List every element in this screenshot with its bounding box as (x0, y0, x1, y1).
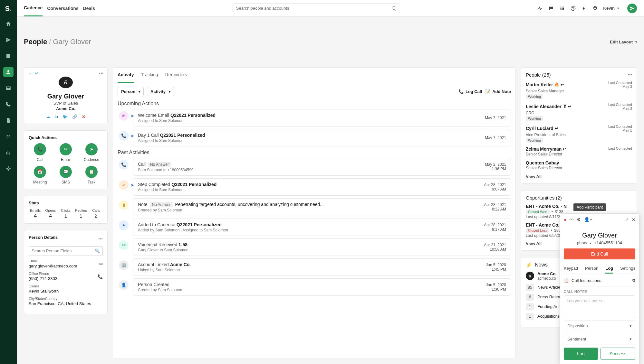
quotes-icon[interactable] (3, 131, 14, 142)
news-icon: ⚡ (526, 262, 532, 268)
quick-action-sms[interactable]: 💬 SMS (54, 166, 77, 184)
timeline-item[interactable]: 📞 Call No Answer Sam Solomon to +1800053… (119, 158, 511, 176)
people-panel: People (25) ••• Martin Keller 🔥↩ Last Co… (521, 67, 637, 184)
call-phone-type[interactable]: phone (577, 240, 591, 245)
target-icon[interactable] (3, 163, 14, 174)
star-icon[interactable]: ☆ (28, 71, 32, 76)
quick-action-call[interactable]: 📞 Call (29, 143, 51, 162)
user-avatar[interactable] (627, 4, 637, 13)
salesforce-icon[interactable]: ☁ (46, 114, 50, 119)
people-list-item[interactable]: Cyril Luciard ↩ Last ContactedMay 1 Vice… (526, 125, 632, 143)
breadcrumb-root[interactable]: People (24, 38, 47, 46)
reply-icon[interactable]: ↩ (34, 71, 38, 76)
sentiment-select[interactable]: Sentiment▾ (564, 334, 635, 344)
people-panel-menu[interactable]: ••• (628, 72, 632, 77)
add-participant-icon[interactable]: 👤+ (584, 217, 592, 222)
quick-action-task[interactable]: 📋 Task (80, 166, 103, 184)
home-icon[interactable] (3, 19, 14, 29)
analytics-icon[interactable] (3, 147, 14, 158)
pulse-icon[interactable] (538, 6, 543, 11)
quick-action-cadence[interactable]: ➤ Cadence (80, 143, 103, 162)
close-icon[interactable]: ✕ (632, 217, 635, 222)
tab-activity[interactable]: Activity (118, 68, 134, 83)
person-card: ☆ ↩ ••• a Gary Glover SVP of Sales Acme … (24, 67, 108, 124)
timeline-item[interactable]: ▮ Note No Answer Penetrating targeted ac… (119, 198, 511, 216)
call-icon[interactable] (3, 99, 14, 109)
global-search[interactable] (233, 4, 400, 13)
call-tab-log[interactable]: Log (605, 264, 613, 274)
user-menu[interactable]: Kevin (603, 6, 619, 11)
timeline-item[interactable]: ⚯ Voicemail Received 1:58 Gary Glover to… (119, 238, 511, 256)
detail-owner: Owner Kevin Stallworth (29, 284, 103, 294)
person-details-menu[interactable]: ••• (98, 237, 103, 241)
end-call-button[interactable]: End Call (564, 248, 635, 259)
quick-action-email[interactable]: ✉ Email (54, 143, 77, 162)
people-list-item[interactable]: Martin Keller 🔥↩ Last ContactedMay 3 Sen… (526, 81, 632, 99)
chat-icon[interactable] (549, 6, 554, 11)
record-icon[interactable]: ● (564, 217, 566, 222)
expand-icon[interactable]: ⤢ (625, 217, 629, 222)
topnav-cadence[interactable]: Cadence (24, 0, 43, 16)
accounts-icon[interactable] (3, 51, 14, 61)
stat-emails: Emails4 (29, 209, 42, 219)
filter-person[interactable]: Person (118, 87, 144, 96)
timeline-item[interactable]: 👤 Person Created Created by Sam Solomon … (119, 278, 511, 296)
tab-reminders[interactable]: Reminders (165, 68, 187, 83)
call-tab-settings[interactable]: Settings (620, 264, 635, 274)
person-company[interactable]: Acme Co. (29, 106, 103, 111)
mail-icon[interactable] (3, 83, 14, 93)
success-button[interactable]: Success (601, 348, 635, 360)
timeline-item[interactable]: ➤ Added to Cadence Q22021 Personalized A… (119, 219, 511, 236)
phone-icon[interactable]: 📞 (98, 274, 103, 279)
people-list-item[interactable]: Zelma Merryman ↩ Last Contacted Senior S… (526, 146, 632, 156)
quick-action-meeting[interactable]: 📅 Meeting (29, 166, 51, 184)
popout-icon[interactable]: ⧉ (632, 278, 635, 283)
link-icon: 🏢 (119, 260, 129, 270)
delete-icon[interactable]: ✖ (82, 114, 85, 119)
link-icon[interactable]: 🔗 (72, 114, 77, 119)
help-icon[interactable] (571, 6, 576, 11)
timeline-item[interactable]: 🏢 Account Linked Acme Co. Linked by Sam … (119, 258, 511, 276)
person-details-search-input[interactable] (32, 248, 95, 253)
disposition-select[interactable]: Disposition▾ (564, 321, 635, 331)
app-logo[interactable]: S (5, 5, 12, 13)
person-details-search[interactable]: 🔍 (29, 246, 103, 256)
call-tab-keypad[interactable]: Keypad (564, 264, 578, 274)
call-tab-person[interactable]: Person (585, 264, 598, 274)
person-name: Gary Glover (29, 93, 103, 100)
gear-icon[interactable] (592, 6, 598, 11)
linkedin-icon[interactable]: in (55, 114, 58, 119)
edit-layout-button[interactable]: Edit Layout (610, 40, 637, 44)
people-list-item[interactable]: Leslie Alexander 🎖↩ Last ContactedMay 3 … (526, 103, 632, 121)
mail-icon[interactable]: ✉ (99, 262, 103, 266)
apps-icon[interactable] (560, 6, 565, 11)
add-note-button[interactable]: 📝 Add Note (485, 89, 511, 94)
global-search-input[interactable] (236, 6, 391, 11)
log-call-button[interactable]: 📞 Log Call (458, 89, 482, 94)
quick-actions-title: Quick Actions (29, 135, 103, 140)
detail-email: Email gary.glover@acmeco.com ✉ (29, 259, 103, 268)
stat-opens: Opens4 (44, 209, 57, 219)
cadence-icon[interactable] (3, 35, 14, 45)
filter-activity[interactable]: Activity (147, 87, 174, 96)
settings-wheel-icon[interactable]: ⚙ (577, 217, 581, 222)
bolt-icon[interactable] (582, 6, 587, 11)
tab-tracking[interactable]: Tracking (141, 68, 158, 83)
twitter-icon[interactable]: 🐦 (62, 114, 68, 119)
person-card-menu[interactable]: ••• (99, 71, 103, 76)
news-title: News (535, 262, 548, 268)
topnav-deals[interactable]: Deals (83, 1, 95, 16)
documents-icon[interactable] (3, 115, 14, 126)
stat-clicks: Clicks1 (59, 209, 72, 219)
people-view-all[interactable]: View All (526, 174, 632, 179)
people-list-item[interactable]: Quenten Gabay Senior Sales Director (526, 160, 632, 170)
timeline-item[interactable]: ✔➤ Step Completed Q22021 Personalized As… (119, 178, 511, 196)
timeline-item[interactable]: 📞➤ Day 1 Call Q22021 Personalized Assign… (119, 129, 511, 146)
log-button[interactable]: Log (564, 348, 598, 360)
news-company[interactable]: Acme Co. (537, 271, 557, 276)
timeline-item[interactable]: ✉➤ Welcome Email Q22021 Personalized Ass… (119, 109, 511, 126)
topnav-conversations[interactable]: Conversations (47, 1, 78, 16)
call-notes-input[interactable]: Log your call notes... (564, 295, 635, 318)
voicemail-icon[interactable]: ⚯ (570, 217, 573, 222)
people-icon[interactable] (3, 67, 14, 77)
